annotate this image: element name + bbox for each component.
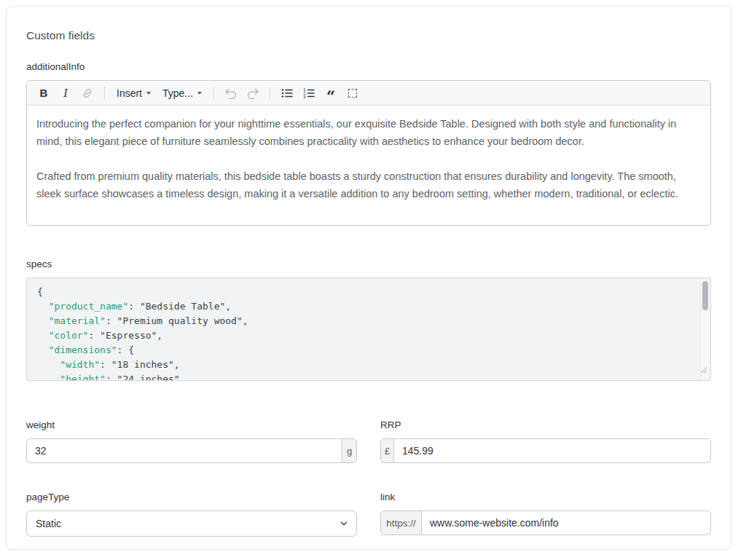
link-input[interactable] <box>422 510 711 535</box>
protocol-addon: https:// <box>380 510 422 535</box>
scrollbar-thumb[interactable] <box>702 281 708 310</box>
bold-button[interactable]: B <box>34 84 54 103</box>
code-line: "material": "Premium quality wood", <box>37 314 691 328</box>
chevron-down-icon <box>146 92 151 95</box>
weight-input[interactable] <box>26 438 342 463</box>
code-line: { <box>37 285 691 299</box>
page-type-field-group: pageType Static <box>26 491 357 537</box>
page-type-label: pageType <box>26 491 357 503</box>
editor-paragraph: Crafted from premium quality materials, … <box>36 167 701 202</box>
scrollbar-track[interactable] <box>700 279 710 379</box>
type-dropdown[interactable]: Type... <box>157 84 208 103</box>
editor-content-area[interactable]: Introducing the perfect companion for yo… <box>27 106 710 209</box>
rrp-field-group: RRP £ <box>380 419 711 463</box>
blockquote-icon[interactable]: “ <box>321 84 341 103</box>
dashed-box-icon[interactable] <box>342 84 363 103</box>
code-line: "height": "24 inches", <box>37 372 691 381</box>
weight-label: weight <box>26 419 357 431</box>
redo-icon[interactable] <box>243 84 263 103</box>
svg-text:3: 3 <box>303 95 305 99</box>
weight-unit-addon: g <box>342 438 357 463</box>
editor-paragraph: Introducing the perfect companion for yo… <box>36 115 701 150</box>
custom-fields-panel: Custom fields additionalInfo B I Insert … <box>6 6 731 550</box>
link-field-group: link https:// <box>380 491 711 537</box>
additional-info-label: additionalInfo <box>26 60 711 73</box>
chevron-down-icon <box>197 92 202 95</box>
resize-grip-icon[interactable] <box>700 363 707 378</box>
dashed-box-glyph <box>348 89 357 98</box>
rrp-label: RRP <box>380 419 711 431</box>
bullet-list-icon[interactable] <box>277 84 297 103</box>
italic-button[interactable]: I <box>55 84 76 103</box>
toolbar-divider <box>104 87 105 100</box>
code-line: "product_name": "Bedside Table", <box>37 299 691 314</box>
panel-title: Custom fields <box>26 28 711 43</box>
type-dropdown-label: Type... <box>162 87 193 99</box>
specs-code-editor[interactable]: { "product_name": "Bedside Table", "mate… <box>26 277 711 381</box>
rrp-input[interactable] <box>394 438 711 463</box>
toolbar-divider <box>213 87 214 100</box>
rich-text-editor: B I Insert Type... <box>26 80 711 226</box>
field-row: weight g RRP £ <box>26 419 711 463</box>
specs-label: specs <box>26 258 711 270</box>
code-line: "dimensions": { <box>37 343 691 358</box>
code-line: "color": "Espresso", <box>37 328 691 343</box>
numbered-list-icon[interactable]: 1 2 3 <box>299 84 319 103</box>
field-row: pageType Static link https:// <box>26 491 711 537</box>
toolbar-divider <box>270 87 270 100</box>
insert-dropdown[interactable]: Insert <box>111 84 157 103</box>
insert-dropdown-label: Insert <box>117 87 142 99</box>
code-line: "width": "18 inches", <box>37 358 691 372</box>
link-label: link <box>380 491 711 503</box>
editor-toolbar: B I Insert Type... <box>27 81 710 106</box>
currency-addon: £ <box>380 438 394 463</box>
weight-field-group: weight g <box>26 419 357 463</box>
undo-icon[interactable] <box>221 84 241 103</box>
link-icon[interactable] <box>77 84 98 103</box>
page-type-select[interactable]: Static <box>26 510 357 537</box>
